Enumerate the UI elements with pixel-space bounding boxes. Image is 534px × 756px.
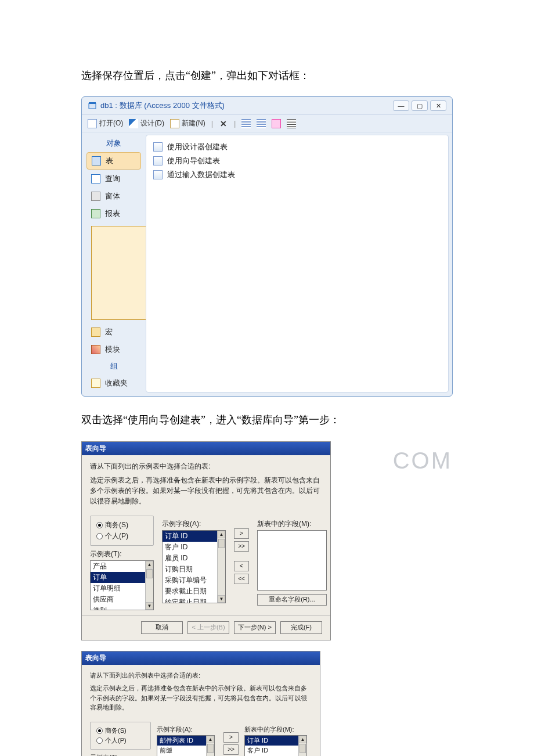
list-item[interactable]: 采购订单编号 — [163, 575, 225, 586]
list-item[interactable]: 客户 ID — [163, 542, 225, 553]
rename-field-button[interactable]: 重命名字段(R)... — [257, 594, 327, 606]
scroll-up-icon[interactable]: ▲ — [218, 531, 225, 538]
list-item[interactable]: 要求截止日期 — [163, 586, 225, 597]
list-item[interactable]: 产品 — [91, 561, 153, 572]
nav-header-groups: 组 — [84, 359, 143, 374]
scroll-down-icon[interactable]: ▼ — [218, 595, 225, 603]
window-titlebar: db1 : 数据库 (Access 2000 文件格式) — ▢ ✕ — [82, 97, 452, 114]
paragraph-1: 选择保存位置后，点击“创建”，弹出如下对话框： — [81, 66, 453, 85]
scroll-thumb[interactable] — [146, 569, 153, 578]
radio-off-icon — [96, 737, 103, 744]
delete-icon: ✕ — [219, 119, 228, 128]
new-icon — [170, 119, 179, 128]
wizard-intro-2: 选定示例表之后，再选择准备包含在新表中的示例字段。新表可以包含来自多个示例表的字… — [90, 683, 312, 712]
view-details-button[interactable] — [287, 119, 296, 128]
content-item-datainput[interactable]: 通过输入数据创建表 — [151, 168, 443, 182]
scrollbar[interactable]: ▲▼ — [298, 736, 306, 756]
content-item-designer[interactable]: 使用设计器创建表 — [151, 140, 443, 154]
wizard-icon — [153, 142, 163, 152]
nav-item-favorites[interactable]: 收藏夹 — [86, 375, 141, 391]
new-fields-label: 新表中的字段(M): — [257, 519, 327, 529]
move-all-right-button[interactable]: >> — [223, 744, 239, 755]
toolbar-separator: | — [211, 119, 213, 128]
wizard-titlebar: 表向导 — [82, 442, 330, 455]
nav-item-query[interactable]: 查询 — [86, 171, 141, 187]
wizard-intro-1: 请从下面列出的示例表中选择合适的表: — [90, 671, 312, 681]
view-large-button[interactable] — [272, 119, 281, 128]
list-item[interactable]: 订单 ID — [163, 531, 225, 542]
table-wizard-step1b: 表向导 请从下面列出的示例表中选择合适的表: 选定示例表之后，再选择准备包含在新… — [81, 651, 320, 756]
radio-business[interactable]: 商务(S) — [96, 520, 147, 531]
new-fields-listbox[interactable]: 订单 ID 客户 ID 雇员 ID 订购日期 采购订单编号 要求截止日期 约定截… — [244, 735, 307, 756]
list-item[interactable]: 订单 — [91, 572, 153, 583]
cancel-button[interactable]: 取消 — [141, 621, 183, 634]
wizard-intro-1: 请从下面列出的示例表中选择合适的表: — [90, 461, 322, 471]
design-button[interactable]: 设计(D) — [129, 118, 164, 128]
radio-personal[interactable]: 个人(P) — [96, 531, 147, 542]
open-icon — [88, 119, 97, 128]
svg-rect-1 — [89, 102, 96, 104]
query-icon — [91, 174, 100, 183]
move-all-left-button[interactable]: << — [234, 574, 249, 584]
list-item[interactable]: 约定截止日期 — [163, 597, 225, 603]
list-item[interactable]: 雇员 ID — [163, 553, 225, 564]
list-item[interactable]: 类别 — [91, 605, 153, 610]
nav-item-report[interactable]: 报表 — [86, 206, 141, 222]
nav-item-form[interactable]: 窗体 — [86, 188, 141, 204]
scroll-thumb[interactable] — [218, 539, 225, 548]
nav-item-macro[interactable]: 宏 — [86, 324, 141, 340]
content-item-wizard[interactable]: 使用向导创建表 — [151, 154, 443, 168]
nav-item-module[interactable]: 模块 — [86, 341, 141, 358]
toolbar-separator: | — [234, 119, 236, 128]
list-item[interactable]: 订购日期 — [163, 564, 225, 575]
finish-button[interactable]: 完成(F) — [280, 621, 322, 634]
move-all-right-button[interactable]: >> — [234, 541, 249, 552]
list-item[interactable]: 供应商 — [91, 594, 153, 605]
sample-fields-listbox[interactable]: 邮件列表 ID 前缀 名字 二姓 姓氏 后缀 昵称 头衔 机构名称 ▲▼ — [157, 735, 215, 756]
sample-tables-label: 示例表(T): — [90, 549, 154, 559]
list-item[interactable]: 订单明细 — [91, 583, 153, 594]
list-item[interactable]: 客户 ID — [245, 746, 306, 755]
content-panel: 使用设计器创建表 使用向导创建表 通过输入数据创建表 — [146, 135, 449, 393]
scrollbar[interactable]: ▲▼ — [145, 561, 153, 610]
radio-business[interactable]: 商务(S) — [96, 726, 145, 736]
view-list-button[interactable] — [257, 119, 266, 128]
scroll-up-icon[interactable]: ▲ — [207, 736, 214, 743]
scrollbar[interactable]: ▲▼ — [206, 736, 214, 756]
maximize-button[interactable]: ▢ — [412, 100, 428, 111]
new-button[interactable]: 新建(N) — [170, 118, 205, 128]
design-icon — [129, 119, 138, 128]
sample-tables-label: 示例表(T): — [90, 753, 151, 756]
nav-item-page[interactable]: 页 — [86, 223, 141, 323]
view-smallicons-button[interactable] — [241, 119, 251, 128]
scroll-thumb[interactable] — [207, 744, 214, 753]
open-button[interactable]: 打开(O) — [88, 118, 123, 128]
next-button[interactable]: 下一步(N) > — [234, 621, 276, 634]
category-group: 商务(S) 个人(P) — [90, 516, 154, 546]
module-icon — [91, 345, 100, 354]
minimize-button[interactable]: — — [393, 100, 409, 111]
sample-tables-listbox[interactable]: 产品 订单 订单明细 供应商 类别 付款额 ▲▼ — [90, 560, 154, 610]
scroll-up-icon[interactable]: ▲ — [299, 736, 306, 743]
wizard-icon — [153, 156, 163, 165]
list-item[interactable]: 订单 ID — [245, 736, 306, 746]
move-right-button[interactable]: > — [223, 732, 239, 743]
details-icon — [287, 119, 296, 128]
scroll-up-icon[interactable]: ▲ — [146, 561, 153, 568]
delete-button[interactable]: ✕ — [219, 119, 228, 128]
new-fields-listbox[interactable] — [257, 530, 327, 591]
move-left-button[interactable]: < — [234, 561, 249, 571]
radio-on-icon — [96, 728, 103, 734]
sample-fields-listbox[interactable]: 订单 ID 客户 ID 雇员 ID 订购日期 采购订单编号 要求截止日期 约定截… — [162, 530, 226, 603]
radio-personal[interactable]: 个人(P) — [96, 736, 145, 746]
scroll-thumb[interactable] — [300, 744, 306, 753]
nav-item-table[interactable]: 表 — [86, 152, 141, 170]
objects-nav: 对象 表 查询 窗体 报表 页 宏 模块 组 收藏夹 — [82, 132, 146, 396]
close-button[interactable]: ✕ — [430, 100, 446, 111]
move-right-button[interactable]: > — [234, 528, 249, 539]
report-icon — [91, 209, 100, 218]
scroll-down-icon[interactable]: ▼ — [146, 602, 153, 610]
sample-fields-label: 示例字段(A): — [157, 725, 218, 734]
table-icon — [92, 156, 101, 165]
scrollbar[interactable]: ▲▼ — [217, 531, 225, 603]
